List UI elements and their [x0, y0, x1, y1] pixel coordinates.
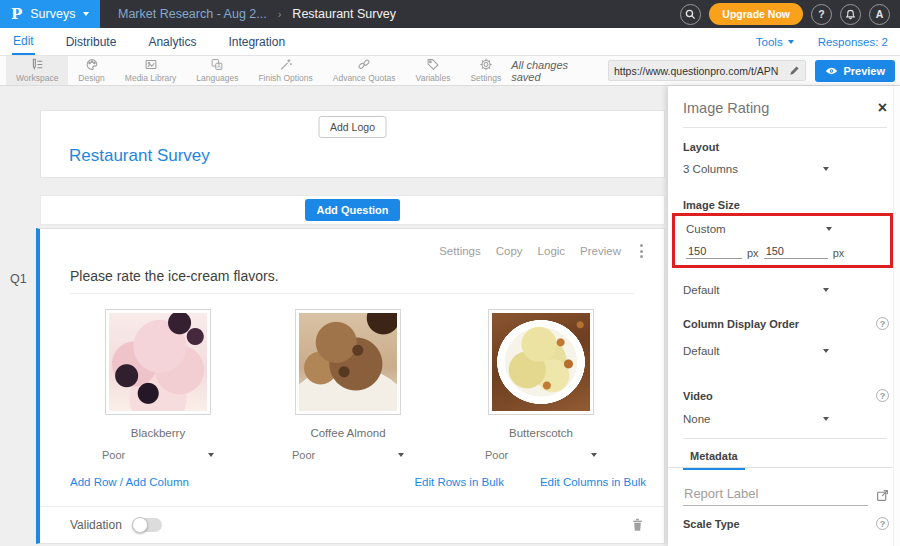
- layout-value: 3 Columns: [683, 163, 738, 175]
- flavor-label[interactable]: Blackberry: [92, 427, 224, 439]
- width-unit: px: [747, 247, 759, 259]
- breadcrumb-parent[interactable]: Market Research - Aug 2...: [118, 7, 267, 21]
- flavor-label[interactable]: Coffee Almond: [282, 427, 414, 439]
- editor-toolbar: Workspace Design Media Library A Languag…: [0, 56, 900, 86]
- close-icon[interactable]: ×: [878, 101, 887, 115]
- question-settings-panel: Image Rating × Layout 3 Columns Image Si…: [668, 86, 900, 546]
- scrollbar[interactable]: [893, 86, 900, 546]
- rating-value: Poor: [292, 449, 315, 461]
- delete-question-button[interactable]: [631, 518, 644, 532]
- panel-header: Image Rating ×: [683, 100, 887, 116]
- size-preset-dropdown[interactable]: Default: [683, 284, 829, 296]
- question-text[interactable]: Please rate the ice-cream flavors.: [70, 268, 279, 284]
- notifications-button[interactable]: [840, 4, 861, 25]
- translate-icon: A: [210, 58, 224, 71]
- rating-value: Poor: [485, 449, 508, 461]
- blackberry-ice-cream-image: [109, 313, 207, 411]
- flavor-label[interactable]: Butterscotch: [475, 427, 607, 439]
- magic-wand-icon: [279, 58, 293, 71]
- question-logic-link[interactable]: Logic: [538, 245, 566, 257]
- surveys-menu[interactable]: P Surveys: [0, 0, 100, 28]
- nav-right: Tools Responses: 2: [756, 36, 888, 48]
- size-preset-value: Default: [683, 284, 719, 296]
- toggle-knob: [132, 517, 148, 533]
- flavor-image-coffee-almond[interactable]: [295, 309, 401, 415]
- preview-button[interactable]: Preview: [815, 60, 895, 82]
- chevron-down-icon: [823, 349, 829, 353]
- toolbar-item-finish-options[interactable]: Finish Options: [248, 56, 322, 85]
- edit-rows-bulk-link[interactable]: Edit Rows in Bulk: [414, 476, 503, 488]
- image-width-input[interactable]: [686, 244, 742, 259]
- toolbar-item-settings[interactable]: Settings: [460, 56, 511, 85]
- toolbar-item-workspace[interactable]: Workspace: [6, 56, 68, 85]
- tools-menu[interactable]: Tools: [756, 36, 794, 48]
- survey-url-field: [608, 60, 807, 81]
- chevron-down-icon: [83, 12, 89, 16]
- divider: [683, 438, 887, 439]
- rating-dropdown[interactable]: Poor: [485, 449, 597, 461]
- rating-dropdown[interactable]: Poor: [102, 449, 214, 461]
- avatar[interactable]: A: [869, 4, 890, 25]
- help-icon[interactable]: ?: [876, 317, 889, 330]
- preview-button-label: Preview: [843, 65, 885, 77]
- questionpro-logo: P: [11, 5, 22, 23]
- survey-title[interactable]: Restaurant Survey: [69, 146, 210, 166]
- bulk-edit-links: Edit Rows in Bulk Edit Columns in Bulk: [414, 476, 646, 488]
- video-dropdown[interactable]: None: [683, 413, 829, 425]
- survey-url-input[interactable]: [609, 65, 785, 77]
- tag-icon: [426, 58, 440, 71]
- edit-columns-bulk-link[interactable]: Edit Columns in Bulk: [540, 476, 646, 488]
- add-row-column-link[interactable]: Add Row / Add Column: [70, 476, 189, 488]
- help-icon[interactable]: ?: [876, 517, 889, 530]
- layout-dropdown[interactable]: 3 Columns: [683, 163, 829, 175]
- flavor-image-butterscotch[interactable]: [488, 309, 594, 415]
- video-label: Video: [683, 390, 713, 402]
- column-order-dropdown[interactable]: Default: [683, 345, 829, 357]
- image-height-input[interactable]: [764, 244, 828, 259]
- surveys-menu-label: Surveys: [30, 7, 75, 21]
- report-label-input[interactable]: [683, 484, 868, 506]
- coffee-almond-ice-cream-image: [299, 313, 397, 411]
- header-actions: Upgrade Now ? A: [680, 3, 900, 25]
- toolbar-item-label: Variables: [416, 73, 451, 83]
- search-icon: [685, 9, 696, 20]
- question-copy-link[interactable]: Copy: [496, 245, 523, 257]
- butterscotch-ice-cream-image: [492, 313, 590, 411]
- more-options-icon[interactable]: [636, 242, 647, 260]
- toolbar-item-media-library[interactable]: Media Library: [115, 56, 187, 85]
- height-unit: px: [833, 247, 845, 259]
- question-preview-link[interactable]: Preview: [580, 245, 621, 257]
- top-header: P Surveys Market Research - Aug 2... › R…: [0, 0, 900, 28]
- chevron-down-icon: [823, 417, 829, 421]
- external-link-icon: [876, 489, 889, 502]
- tab-edit[interactable]: Edit: [12, 28, 35, 55]
- divider: [70, 293, 634, 294]
- toolbar-item-variables[interactable]: Variables: [406, 56, 461, 85]
- rating-dropdown[interactable]: Poor: [292, 449, 404, 461]
- validation-toggle[interactable]: [132, 518, 162, 532]
- question-settings-link[interactable]: Settings: [439, 245, 481, 257]
- scale-type-label: Scale Type: [683, 518, 740, 530]
- toolbar-item-advance-quotas[interactable]: Advance Quotas: [323, 56, 406, 85]
- link-icon: [357, 58, 371, 71]
- image-size-mode-dropdown[interactable]: Custom: [686, 223, 832, 235]
- responses-link[interactable]: Responses: 2: [818, 36, 888, 48]
- toolbar-item-languages[interactable]: A Languages: [186, 56, 248, 85]
- flavor-image-blackberry[interactable]: [105, 309, 211, 415]
- upgrade-now-button[interactable]: Upgrade Now: [709, 3, 803, 25]
- add-logo-button[interactable]: Add Logo: [318, 116, 387, 138]
- help-button[interactable]: ?: [811, 4, 832, 25]
- column-order-value: Default: [683, 345, 719, 357]
- tab-analytics[interactable]: Analytics: [147, 29, 197, 54]
- image-size-mode-value: Custom: [686, 223, 726, 235]
- search-button[interactable]: [680, 4, 701, 25]
- expand-button[interactable]: [876, 489, 889, 506]
- edit-url-button[interactable]: [784, 65, 805, 76]
- image-size-label: Image Size: [683, 199, 740, 211]
- help-icon[interactable]: ?: [876, 389, 889, 402]
- tab-distribute[interactable]: Distribute: [65, 29, 118, 54]
- divider: [668, 467, 900, 468]
- toolbar-item-design[interactable]: Design: [68, 56, 114, 85]
- add-question-button[interactable]: Add Question: [305, 199, 399, 221]
- tab-integration[interactable]: Integration: [227, 29, 286, 54]
